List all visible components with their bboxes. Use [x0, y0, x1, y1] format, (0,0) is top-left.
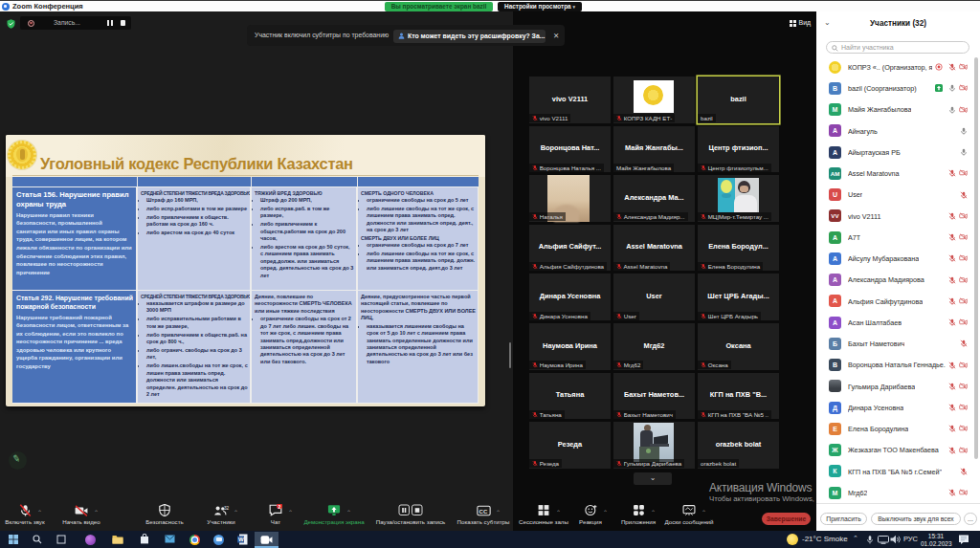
svg-text:2: 2: [278, 504, 281, 510]
svg-text:W: W: [238, 537, 244, 542]
svg-text:CC: CC: [479, 509, 487, 515]
svg-text:32: 32: [224, 506, 230, 511]
